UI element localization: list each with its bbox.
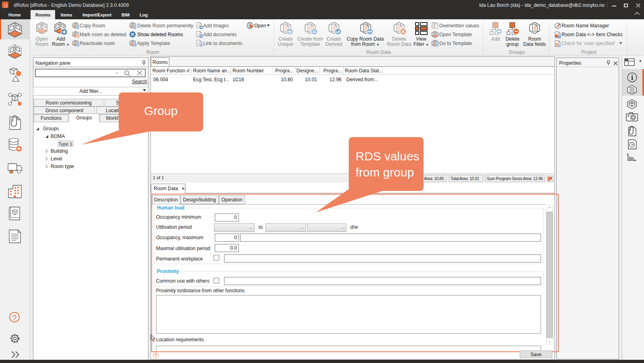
svg-text:i: i — [631, 74, 633, 82]
svg-text:from group: from group — [356, 166, 414, 179]
svg-text:RDS values: RDS values — [356, 150, 419, 163]
svg-text:Group: Group — [144, 104, 177, 117]
